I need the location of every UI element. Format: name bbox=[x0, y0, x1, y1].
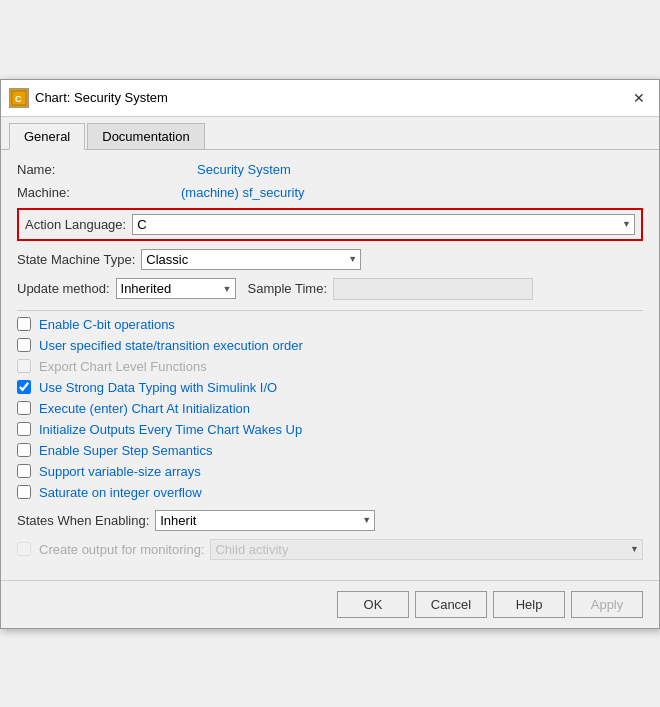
checkbox-label-init-outputs: Initialize Outputs Every Time Chart Wake… bbox=[39, 422, 302, 437]
help-button[interactable]: Help bbox=[493, 591, 565, 618]
update-method-label: Update method: bbox=[17, 281, 110, 296]
state-machine-type-wrapper: Classic Mealy Moore bbox=[141, 249, 361, 270]
app-icon: C bbox=[9, 88, 29, 108]
checkbox-label-export-chart: Export Chart Level Functions bbox=[39, 359, 207, 374]
tab-bar: General Documentation bbox=[1, 117, 659, 150]
cancel-button[interactable]: Cancel bbox=[415, 591, 487, 618]
checkbox-label-variable-size: Support variable-size arrays bbox=[39, 464, 201, 479]
checkbox-row-3: Use Strong Data Typing with Simulink I/O bbox=[17, 380, 643, 395]
checkbox-create-output[interactable] bbox=[17, 542, 31, 556]
content-area: Name: Security System Machine: (machine)… bbox=[1, 150, 659, 580]
checkbox-saturate[interactable] bbox=[17, 485, 31, 499]
state-machine-type-row: State Machine Type: Classic Mealy Moore bbox=[17, 249, 643, 270]
checkbox-strong-typing[interactable] bbox=[17, 380, 31, 394]
checkbox-execute-init[interactable] bbox=[17, 401, 31, 415]
checkbox-super-step[interactable] bbox=[17, 443, 31, 457]
create-output-select[interactable]: Child activity bbox=[210, 539, 643, 560]
machine-value: (machine) sf_security bbox=[181, 185, 305, 200]
checkbox-user-state[interactable] bbox=[17, 338, 31, 352]
action-language-box: Action Language: C MATLAB bbox=[17, 208, 643, 241]
update-method-wrapper: Inherited Discrete Continuous bbox=[116, 278, 236, 299]
checkbox-row-8: Saturate on integer overflow bbox=[17, 485, 643, 500]
states-when-enabling-row: States When Enabling: Inherit Reset Hold bbox=[17, 510, 643, 531]
checkbox-label-saturate: Saturate on integer overflow bbox=[39, 485, 202, 500]
states-when-enabling-label: States When Enabling: bbox=[17, 513, 149, 528]
name-value: Security System bbox=[197, 162, 291, 177]
checkbox-row-4: Execute (enter) Chart At Initialization bbox=[17, 401, 643, 416]
action-language-select-wrapper: C MATLAB bbox=[132, 214, 635, 235]
checkbox-c-bit[interactable] bbox=[17, 317, 31, 331]
tab-general[interactable]: General bbox=[9, 123, 85, 150]
separator-1 bbox=[17, 310, 643, 311]
states-when-enabling-wrapper: Inherit Reset Hold bbox=[155, 510, 375, 531]
action-language-label: Action Language: bbox=[25, 217, 126, 232]
checkbox-row-1: User specified state/transition executio… bbox=[17, 338, 643, 353]
name-label: Name: bbox=[17, 162, 107, 177]
state-machine-type-select[interactable]: Classic Mealy Moore bbox=[141, 249, 361, 270]
checkbox-init-outputs[interactable] bbox=[17, 422, 31, 436]
create-output-row: Create output for monitoring: Child acti… bbox=[17, 539, 643, 560]
checkbox-export-chart[interactable] bbox=[17, 359, 31, 373]
dialog-footer: OK Cancel Help Apply bbox=[1, 580, 659, 628]
close-button[interactable]: ✕ bbox=[627, 86, 651, 110]
state-machine-type-label: State Machine Type: bbox=[17, 252, 135, 267]
dialog-window: C Chart: Security System ✕ General Docum… bbox=[0, 79, 660, 629]
action-language-select[interactable]: C MATLAB bbox=[132, 214, 635, 235]
checkbox-row-0: Enable C-bit operations bbox=[17, 317, 643, 332]
ok-button[interactable]: OK bbox=[337, 591, 409, 618]
checkbox-label-c-bit: Enable C-bit operations bbox=[39, 317, 175, 332]
checkbox-variable-size[interactable] bbox=[17, 464, 31, 478]
machine-row: Machine: (machine) sf_security bbox=[17, 185, 643, 200]
name-row: Name: Security System bbox=[17, 162, 643, 177]
states-when-enabling-select[interactable]: Inherit Reset Hold bbox=[155, 510, 375, 531]
apply-button[interactable]: Apply bbox=[571, 591, 643, 618]
title-bar: C Chart: Security System ✕ bbox=[1, 80, 659, 117]
checkbox-row-6: Enable Super Step Semantics bbox=[17, 443, 643, 458]
update-method-select[interactable]: Inherited Discrete Continuous bbox=[116, 278, 236, 299]
checkbox-row-2: Export Chart Level Functions bbox=[17, 359, 643, 374]
checkbox-label-super-step: Enable Super Step Semantics bbox=[39, 443, 212, 458]
title-bar-left: C Chart: Security System bbox=[9, 88, 168, 108]
update-method-row: Update method: Inherited Discrete Contin… bbox=[17, 278, 643, 300]
machine-label: Machine: bbox=[17, 185, 107, 200]
checkbox-row-7: Support variable-size arrays bbox=[17, 464, 643, 479]
checkbox-label-user-state: User specified state/transition executio… bbox=[39, 338, 303, 353]
dialog-title: Chart: Security System bbox=[35, 90, 168, 105]
checkbox-label-execute-init: Execute (enter) Chart At Initialization bbox=[39, 401, 250, 416]
create-output-label: Create output for monitoring: bbox=[39, 542, 204, 557]
sample-time-input[interactable] bbox=[333, 278, 533, 300]
create-output-select-wrapper: Child activity bbox=[210, 539, 643, 560]
checkbox-label-strong-typing: Use Strong Data Typing with Simulink I/O bbox=[39, 380, 277, 395]
svg-text:C: C bbox=[15, 94, 22, 104]
tab-documentation[interactable]: Documentation bbox=[87, 123, 204, 149]
checkbox-row-5: Initialize Outputs Every Time Chart Wake… bbox=[17, 422, 643, 437]
sample-time-label: Sample Time: bbox=[248, 281, 327, 296]
